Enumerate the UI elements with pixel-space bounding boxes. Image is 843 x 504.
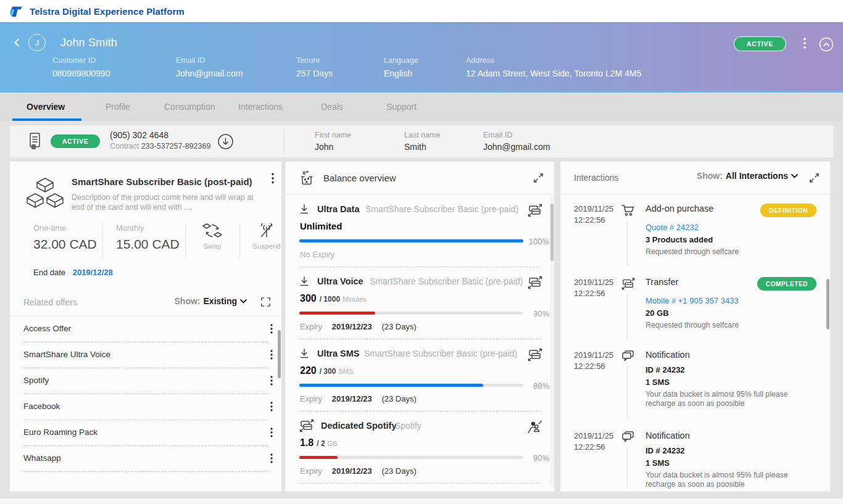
progress-bar: 100% (285, 237, 554, 245)
bucket-total: / 1000 (320, 295, 340, 304)
app-window: Telstra Digital Experience Platform J Jo… (0, 0, 843, 504)
customer-field: Tenure 257 Days (296, 56, 333, 78)
field-value: John@gmail.com (483, 142, 550, 152)
balance-header: Balance overview (285, 162, 554, 194)
interaction-entry[interactable]: 2019/11/2512:22:56 Notification ID # 242… (560, 422, 830, 489)
progress-bar: 30% (285, 309, 554, 317)
contract-summary-bar: ACTIVE (905) 302 4648 Contract 233-53725… (10, 125, 833, 157)
tab-profile[interactable]: Profile (106, 102, 130, 112)
notification-icon (621, 431, 635, 444)
bucket-used: 300 (300, 293, 317, 304)
balance-title: Balance overview (323, 173, 396, 183)
offer-label: SmartShare Ultra Voice (23, 350, 110, 359)
field-label: Email ID (176, 56, 243, 65)
price-value: 32.00 CAD (33, 237, 97, 252)
interactions-show-dropdown[interactable]: Show: All Interactions (697, 171, 798, 181)
offer-row[interactable]: Euro Roaming Pack (10, 420, 281, 446)
interaction-title: Notification (646, 431, 690, 440)
download-icon (299, 348, 310, 359)
kebab-menu-icon[interactable] (804, 38, 806, 49)
kebab-menu-icon[interactable] (270, 324, 273, 334)
scrollbar[interactable] (550, 204, 554, 261)
tab-support[interactable]: Support (386, 102, 417, 112)
contract-label: Contract (110, 142, 139, 151)
share-user-icon[interactable] (527, 419, 543, 435)
interaction-entry[interactable]: 2019/11/2512:22:56 Notification ID # 242… (560, 341, 830, 422)
end-date-value[interactable]: 2019/12/28 (73, 268, 113, 277)
expand-icon[interactable] (533, 172, 544, 184)
interaction-entry[interactable]: 2019/11/2512:22:56 Transfer COMPLETED Mo… (560, 268, 830, 341)
balance-item-ultra-data: Ultra Data SmartShare Subscriber Basic (… (285, 195, 554, 267)
scrollbar[interactable] (826, 279, 829, 329)
progress-bar: 90% (285, 453, 554, 461)
interaction-detail: 1 SMS (646, 458, 816, 468)
interaction-note: Your data bucket is almost 95% full plea… (646, 471, 816, 489)
bucket-unit: Minutes (343, 295, 367, 303)
expiry-days: (23 Days) (381, 322, 416, 331)
avatar: J (28, 34, 46, 51)
product-description: Description of the product come here and… (72, 192, 260, 212)
action-label: Suspend (247, 242, 286, 250)
tab-consumption[interactable]: Consumption (164, 102, 215, 112)
field-label: Tenure (296, 56, 333, 65)
tab-interactions[interactable]: Interactions (238, 102, 283, 112)
interaction-note: Requested through selfcare (646, 247, 816, 257)
balance-item-ultra-sms: Ultra SMS SmartShare Subscriber Basic (p… (285, 339, 554, 411)
show-label: Show: (175, 296, 201, 306)
offer-label: Spotify (23, 376, 49, 385)
kebab-menu-icon[interactable] (270, 453, 273, 463)
field-value: 257 Days (296, 68, 333, 78)
expiry-days: (23 Days) (381, 466, 416, 476)
quote-link[interactable]: Quote # 24232 (646, 223, 816, 232)
field-value: English (384, 68, 418, 78)
interaction-title: Add-on purchase (646, 204, 713, 213)
kebab-menu-icon[interactable] (270, 376, 273, 386)
percent-label: 90% (533, 453, 549, 463)
field-label: First name (315, 131, 351, 139)
timeline-line (627, 221, 628, 266)
bucket-plan: SmartShare Subscriber Basic (pre-paid) (370, 276, 523, 286)
offer-row[interactable]: SmartShare Ultra Voice (10, 342, 281, 368)
back-icon[interactable] (12, 38, 22, 48)
chevron-down-icon (791, 174, 798, 178)
transfer-icon[interactable] (527, 347, 543, 362)
avatar-initial: J (35, 38, 39, 48)
interaction-timestamp: 2019/11/2512:22:56 (560, 277, 620, 341)
field-label: Address (466, 56, 641, 65)
expand-contract-icon[interactable] (217, 133, 234, 150)
balance-list: Ultra Data SmartShare Subscriber Basic (… (285, 195, 554, 484)
interaction-entry[interactable]: 2019/11/2512:22:56 Add-on purchase DEFIN… (560, 195, 830, 268)
mobile-link[interactable]: Mobile # +1 905 357 3433 (646, 296, 816, 305)
kebab-menu-icon[interactable] (272, 173, 274, 184)
offer-row[interactable]: Spotify (10, 368, 281, 394)
swap-action-button[interactable]: Swap (193, 222, 232, 250)
offer-row[interactable]: Whatsapp (10, 446, 281, 472)
suspend-action-button[interactable]: Suspend (247, 222, 286, 250)
contract-document-icon (27, 132, 42, 151)
expand-icon[interactable] (808, 172, 820, 184)
tab-deals[interactable]: Deals (321, 102, 343, 112)
kebab-menu-icon[interactable] (270, 402, 273, 411)
timeline-line (627, 366, 628, 419)
expiry-label: Expiry (300, 466, 322, 476)
scrollbar[interactable] (278, 330, 281, 378)
transfer-icon[interactable] (527, 203, 543, 218)
collapse-header-icon[interactable] (819, 37, 834, 52)
transfer-icon[interactable] (527, 275, 543, 290)
expand-icon[interactable] (260, 296, 272, 308)
interaction-note: Your data bucket is almost 95% full plea… (646, 390, 816, 408)
tab-overview[interactable]: Overview (27, 102, 65, 112)
interactions-title: Interactions (574, 173, 618, 183)
related-offers-show-dropdown[interactable]: Show: Existing (175, 296, 247, 306)
timeline-line (627, 294, 628, 339)
status-badge: COMPLETED (757, 277, 816, 291)
kebab-menu-icon[interactable] (270, 428, 273, 437)
action-label: Swap (193, 242, 232, 250)
kebab-menu-icon[interactable] (270, 350, 273, 360)
offer-row[interactable]: Facebook (10, 394, 281, 420)
bucket-name: Ultra Voice (317, 276, 363, 286)
suspend-icon (247, 222, 286, 239)
interaction-title: Transfer (646, 277, 678, 287)
offer-row[interactable]: Access Offer (10, 316, 281, 342)
divider (284, 129, 284, 154)
